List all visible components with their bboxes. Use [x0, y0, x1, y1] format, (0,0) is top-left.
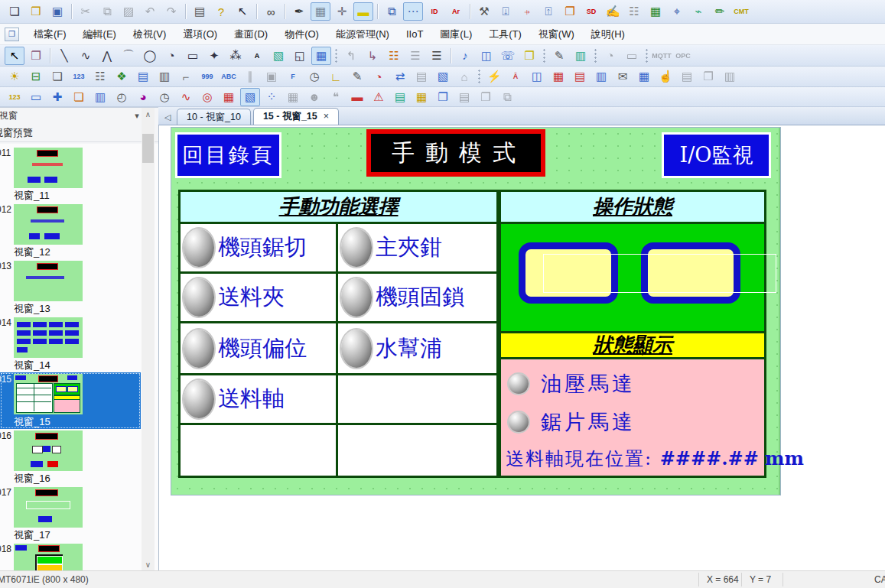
- redo-icon[interactable]: ↷: [161, 2, 181, 21]
- copy-object-icon[interactable]: ❐: [476, 88, 496, 106]
- address-book-icon[interactable]: ☰: [427, 47, 447, 65]
- csv-export-icon[interactable]: ☷: [624, 2, 644, 21]
- paste-icon[interactable]: ▨: [119, 2, 138, 21]
- event-display-icon[interactable]: ▤: [390, 88, 410, 106]
- offline-simulation-icon[interactable]: ✍: [603, 2, 623, 21]
- object-attributes-icon[interactable]: ❐: [26, 47, 46, 65]
- recipe-table-icon[interactable]: ▦: [646, 2, 665, 21]
- window-item-011[interactable]: 011視窗_11: [0, 146, 141, 203]
- toolbar-drag-handle[interactable]: [542, 48, 546, 63]
- group-library-icon[interactable]: ☷: [384, 47, 404, 65]
- export-library-icon[interactable]: ↳: [363, 47, 382, 65]
- address-grid-icon[interactable]: ☰: [405, 47, 425, 65]
- message-icon[interactable]: ❝: [326, 88, 346, 106]
- cmt-viewer-icon[interactable]: CMT: [731, 2, 751, 21]
- arc-tool-icon[interactable]: ⌒: [119, 47, 138, 65]
- group-object-icon[interactable]: ⧉: [497, 88, 517, 106]
- hmi-page[interactable]: 回目錄頁 手動模式 I/O監視 手動功能選擇 機頭鋸切主夾鉗送料夾機頭固鎖機頭偏…: [171, 128, 780, 495]
- push-button-icon[interactable]: [341, 278, 372, 317]
- target-icon[interactable]: ◎: [197, 88, 217, 106]
- report-list-icon[interactable]: ▥: [591, 67, 611, 86]
- file-backup-icon[interactable]: ▤: [454, 88, 474, 106]
- compile-stop-icon[interactable]: ⍆: [517, 2, 537, 21]
- pie-chart-icon[interactable]: ◕: [133, 88, 153, 106]
- window-copy-icon[interactable]: ❐: [560, 2, 580, 21]
- function-key-icon[interactable]: ▤: [133, 67, 153, 86]
- trend-display-icon[interactable]: ∿: [176, 88, 196, 106]
- move-object-icon[interactable]: ✚: [47, 88, 67, 106]
- menu-item-10[interactable]: 工具(T): [480, 24, 530, 44]
- id-display-icon[interactable]: ID: [425, 2, 444, 21]
- divider-icon[interactable]: ▬: [347, 88, 367, 106]
- comment-toggle-icon[interactable]: ⋯: [403, 2, 423, 21]
- bar-graph-icon[interactable]: ▥: [90, 88, 110, 106]
- opc-icon[interactable]: OPC: [673, 47, 693, 65]
- scroll-up-icon[interactable]: ∧: [142, 108, 155, 121]
- set-bit-icon[interactable]: ❏: [47, 67, 67, 86]
- function-cell-r4c1[interactable]: 送料軸: [181, 375, 338, 425]
- select-tool-icon[interactable]: ↖: [5, 47, 24, 65]
- pdf-report-icon[interactable]: ▤: [412, 67, 431, 86]
- rectangle-tool-icon[interactable]: ▭: [183, 47, 203, 65]
- spline-tool-icon[interactable]: ∿: [76, 47, 96, 65]
- mail-icon[interactable]: ✉: [613, 67, 633, 86]
- push-button-icon[interactable]: [341, 229, 372, 267]
- function-cell-r1c2[interactable]: 主夾鉗: [338, 224, 496, 274]
- step-ruler-icon[interactable]: ∟: [326, 67, 346, 86]
- tab-close-icon[interactable]: ×: [324, 111, 329, 122]
- snap-toggle-icon[interactable]: ✛: [332, 2, 352, 21]
- meter-display-icon[interactable]: ◴: [112, 88, 132, 106]
- scanner-icon[interactable]: ❐: [698, 67, 718, 86]
- context-help-icon[interactable]: ↖: [233, 2, 252, 21]
- undo-icon[interactable]: ↶: [140, 2, 160, 21]
- tab-window-10[interactable]: 10 - 視窗_10: [177, 109, 251, 125]
- address-change-icon[interactable]: ❏: [69, 88, 89, 106]
- character-display-icon[interactable]: ▭: [26, 88, 46, 106]
- combo-button-icon[interactable]: ▥: [155, 67, 174, 86]
- sidebar-scrollbar[interactable]: ∧ ∨: [142, 108, 155, 571]
- open-folder-icon[interactable]: ❒: [26, 2, 46, 21]
- menu-item-4[interactable]: 選項(O): [174, 24, 226, 44]
- polygon-tool-icon[interactable]: ✦: [204, 47, 224, 65]
- barcode-icon[interactable]: ∥: [240, 67, 260, 86]
- window-item-013[interactable]: 013視窗_13: [0, 259, 141, 316]
- import-library-icon[interactable]: ↰: [341, 47, 361, 65]
- font-display-icon[interactable]: Ar: [446, 2, 466, 21]
- key-object-icon[interactable]: ⌐: [176, 67, 196, 86]
- toggle-switch-icon[interactable]: ☷: [90, 67, 110, 86]
- gauge-icon[interactable]: ◔: [600, 47, 620, 65]
- bit-lamp-icon[interactable]: ☀: [5, 67, 24, 86]
- clock-icon[interactable]: ◷: [304, 67, 324, 86]
- ellipse-tool-icon[interactable]: ◯: [140, 47, 160, 65]
- cut-icon[interactable]: ✂: [76, 2, 96, 21]
- menu-item-2[interactable]: 編輯(E): [75, 24, 125, 44]
- alarm-operator-icon[interactable]: ⚠: [369, 88, 389, 106]
- pass-through-icon[interactable]: ⌖: [667, 2, 687, 21]
- panel-tool-icon[interactable]: ◱: [290, 47, 310, 65]
- push-button-icon[interactable]: [184, 278, 214, 317]
- function-cell-r1c1[interactable]: 機頭鋸切: [181, 224, 338, 274]
- scatter-chart-icon[interactable]: ⁘: [262, 88, 281, 106]
- tab-scroll-left-icon[interactable]: ◁: [161, 110, 174, 124]
- word-lamp-icon[interactable]: ⊟: [26, 67, 46, 86]
- pie-tool-icon[interactable]: ◔: [161, 47, 181, 65]
- menu-item-11[interactable]: 視窗(W): [530, 24, 583, 44]
- history-table-icon[interactable]: ▦: [219, 88, 239, 106]
- data-transfer-icon[interactable]: ⇄: [390, 67, 410, 86]
- menu-item-7[interactable]: 能源管理(N): [327, 24, 398, 44]
- memory-edit-icon[interactable]: ✏: [710, 2, 730, 21]
- terminal-icon[interactable]: ◫: [527, 67, 547, 86]
- picture-tool-icon[interactable]: ▧: [268, 47, 288, 65]
- station-icon[interactable]: ⌂: [454, 67, 474, 86]
- numeric-object-icon[interactable]: 999: [197, 67, 217, 86]
- timer-icon[interactable]: ◔: [369, 67, 389, 86]
- clock-display-icon[interactable]: ◷: [155, 88, 174, 106]
- app-icon[interactable]: ❐: [5, 28, 19, 41]
- lamp-row[interactable]: 鋸片馬達: [509, 408, 636, 436]
- menu-item-12[interactable]: 說明(H): [583, 24, 633, 44]
- grid-display-icon[interactable]: ▦: [283, 88, 303, 106]
- printer2-icon[interactable]: ▤: [677, 67, 697, 86]
- operator-icon[interactable]: ☻: [304, 88, 324, 106]
- numeric-display-icon[interactable]: 123: [5, 88, 24, 106]
- scrollbar-thumb[interactable]: [142, 134, 154, 163]
